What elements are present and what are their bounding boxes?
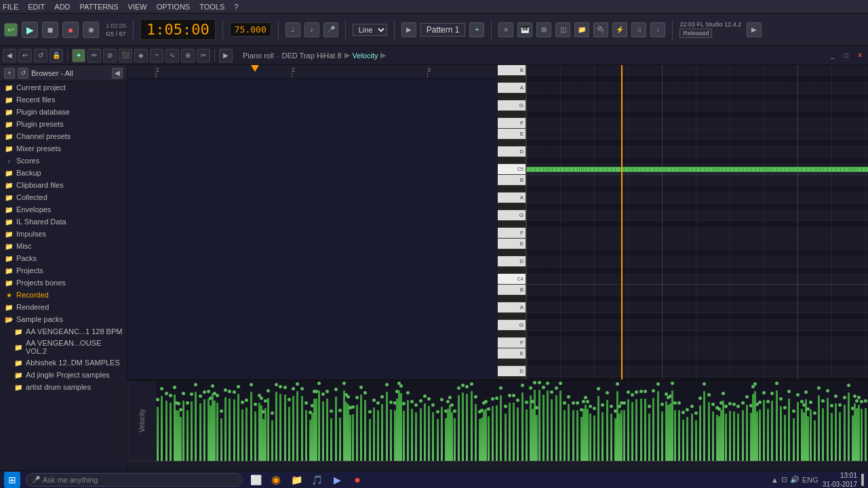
browser-btn[interactable]: 📁 bbox=[574, 22, 589, 37]
play-btn[interactable]: ▶ bbox=[22, 22, 38, 38]
sidebar-item-17[interactable]: ★Recorded bbox=[0, 289, 127, 301]
piano-key-F4[interactable]: F bbox=[498, 228, 526, 239]
export-btn[interactable]: ↓ bbox=[650, 22, 665, 37]
network-icon[interactable]: ⊡ bbox=[781, 475, 787, 484]
sidebar-item-2[interactable]: 📁Plugin database bbox=[0, 106, 127, 118]
menu-patterns[interactable]: PATTERNS bbox=[80, 3, 119, 11]
taskbar-fl-studio[interactable]: 🎵 bbox=[309, 472, 324, 487]
piano-key-D5[interactable]: D bbox=[498, 146, 526, 157]
menu-help[interactable]: ? bbox=[234, 3, 238, 11]
piano-key-Bb4[interactable] bbox=[498, 186, 526, 192]
piano-key-C5[interactable]: C5 bbox=[498, 164, 526, 175]
bpm-display[interactable]: 75.000 bbox=[230, 22, 271, 37]
sidebar-item-12[interactable]: 📁Impulses bbox=[0, 228, 127, 240]
add-pattern-btn[interactable]: + bbox=[469, 22, 484, 37]
piano-key-E3[interactable]: E bbox=[498, 348, 526, 359]
piano-key-G5[interactable]: G bbox=[498, 100, 526, 111]
sidebar-item-7[interactable]: 📁Backup bbox=[0, 167, 127, 179]
show-hidden-icons[interactable]: ▲ bbox=[771, 476, 778, 484]
loop-back-btn[interactable]: ↩ bbox=[4, 23, 18, 37]
piano-key-G4[interactable]: G bbox=[498, 210, 526, 221]
sidebar-item-8[interactable]: 📁Clipboard files bbox=[0, 179, 127, 191]
sidebar-item-21[interactable]: 📁AA VENGEAN...OUSE VOL.2 bbox=[0, 338, 127, 357]
piano-key-E5[interactable]: E bbox=[498, 129, 526, 140]
piano-key-G3[interactable]: G bbox=[498, 320, 526, 331]
sidebar-item-1[interactable]: 📁Recent files bbox=[0, 94, 127, 106]
sidebar-item-23[interactable]: 📁Ad jingle Project samples bbox=[0, 369, 127, 381]
piano-key-D3[interactable]: D bbox=[498, 366, 526, 377]
note-grid[interactable] bbox=[526, 65, 868, 380]
piano-key-F5[interactable]: F bbox=[498, 118, 526, 129]
generator-btn[interactable]: ⚡ bbox=[612, 22, 627, 37]
maximize-btn[interactable]: □ bbox=[841, 50, 852, 61]
close-btn[interactable]: ✕ bbox=[854, 50, 865, 61]
sidebar-item-10[interactable]: 📁Envelopes bbox=[0, 203, 127, 216]
nav-back-btn[interactable]: ◀ bbox=[3, 49, 16, 62]
sidebar-item-15[interactable]: 📁Projects bbox=[0, 264, 127, 277]
stop-btn[interactable]: ■ bbox=[42, 22, 58, 38]
sidebar-item-14[interactable]: 📁Packs bbox=[0, 252, 127, 264]
start-button[interactable]: ⊞ bbox=[4, 472, 20, 488]
sidebar-item-20[interactable]: 📁AA VENGEANC...1 128 BPM bbox=[0, 325, 127, 338]
volume-icon[interactable]: 🔊 bbox=[790, 475, 800, 484]
piano-key-C4[interactable]: C4 bbox=[498, 274, 526, 285]
zoom-tool[interactable]: ⊕ bbox=[181, 49, 195, 62]
mute-tool[interactable]: ◈ bbox=[134, 49, 148, 62]
piano-key-B3[interactable]: B bbox=[498, 285, 526, 296]
piano-roll-btn[interactable]: 🎹 bbox=[517, 22, 532, 37]
piano-key-Gb4[interactable] bbox=[498, 221, 526, 228]
language-indicator[interactable]: ENG bbox=[802, 476, 818, 484]
taskbar-chrome[interactable]: ◉ bbox=[269, 472, 283, 487]
breadcrumb-instrument[interactable]: DED Trap HiHat 8 bbox=[282, 52, 342, 60]
velocity-grid[interactable] bbox=[156, 381, 868, 461]
sidebar-item-19[interactable]: 📂Sample packs bbox=[0, 313, 127, 325]
select-tool[interactable]: ✦ bbox=[72, 49, 85, 62]
piano-key-Bb3[interactable] bbox=[498, 296, 526, 302]
piano-key-A3[interactable]: A bbox=[498, 302, 526, 313]
horizontal-scrollbar[interactable] bbox=[127, 461, 868, 470]
piano-key-Ab4[interactable] bbox=[498, 203, 526, 210]
piano-key-E4[interactable]: E bbox=[498, 239, 526, 249]
sidebar-item-6[interactable]: ♪Scores bbox=[0, 155, 127, 167]
piano-key-Gb5[interactable] bbox=[498, 111, 526, 118]
piano-key-F3[interactable]: F bbox=[498, 338, 526, 348]
breadcrumb-pianoroll[interactable]: Piano roll bbox=[243, 52, 274, 60]
slice-tool[interactable]: ✂ bbox=[197, 49, 210, 62]
piano-key-Db3[interactable] bbox=[498, 377, 526, 380]
menu-add[interactable]: ADD bbox=[54, 3, 70, 11]
piano-key-Eb3[interactable] bbox=[498, 359, 526, 366]
piano-key-Gb3[interactable] bbox=[498, 331, 526, 338]
line-select[interactable]: Line bbox=[353, 24, 387, 36]
piano-key-Db5[interactable] bbox=[498, 157, 526, 164]
sidebar-item-16[interactable]: 📁Projects bones bbox=[0, 277, 127, 289]
plugin-btn[interactable]: 🔌 bbox=[593, 22, 608, 37]
overdub-btn[interactable]: ◉ bbox=[83, 22, 99, 38]
midi-btn[interactable]: ♫ bbox=[631, 22, 646, 37]
piano-key-D4[interactable]: D bbox=[498, 256, 526, 267]
piano-key-Db4[interactable] bbox=[498, 267, 526, 274]
sidebar-item-4[interactable]: 📁Channel presets bbox=[0, 130, 127, 142]
menu-tools[interactable]: TOOLS bbox=[199, 3, 224, 11]
piano-key-A4[interactable]: A bbox=[498, 192, 526, 203]
taskbar-record[interactable]: ● bbox=[350, 472, 365, 487]
menu-edit[interactable]: EDIT bbox=[28, 3, 45, 11]
piano-key-B5[interactable]: B bbox=[498, 65, 526, 76]
piano-key-A5[interactable]: A bbox=[498, 83, 526, 94]
breadcrumb-velocity[interactable]: Velocity bbox=[353, 52, 378, 60]
sidebar-item-24[interactable]: 📁artist drum samples bbox=[0, 381, 127, 393]
sidebar-item-3[interactable]: 📁Plugin presets bbox=[0, 118, 127, 130]
sidebar-item-18[interactable]: 📁Rendered bbox=[0, 301, 127, 313]
sidebar-item-5[interactable]: 📁Mixer presets bbox=[0, 142, 127, 155]
add-folder-btn[interactable]: + bbox=[4, 68, 15, 79]
taskbar-app1[interactable]: ▶ bbox=[330, 472, 344, 487]
bend-tool[interactable]: ~ bbox=[150, 49, 163, 62]
task-view-btn[interactable]: ⬜ bbox=[248, 472, 263, 487]
lock-btn[interactable]: 🔒 bbox=[50, 49, 63, 62]
playlist-btn[interactable]: ≡ bbox=[498, 22, 513, 37]
record-audio-btn[interactable]: 🎤 bbox=[323, 22, 338, 37]
piano-key-Bb5[interactable] bbox=[498, 76, 526, 83]
menu-view[interactable]: VIEW bbox=[128, 3, 147, 11]
menu-options[interactable]: OPTIONS bbox=[157, 3, 191, 11]
show-desktop-btn[interactable] bbox=[861, 474, 864, 486]
collapse-browser-btn[interactable]: ◀ bbox=[112, 68, 123, 79]
